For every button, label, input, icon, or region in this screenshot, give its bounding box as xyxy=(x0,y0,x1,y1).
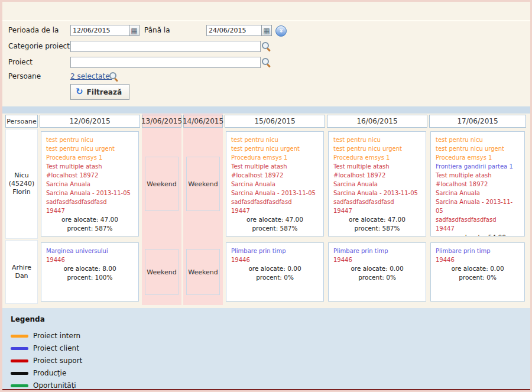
calendar-to-icon[interactable]: ▦ xyxy=(261,25,272,36)
legend-color-bar xyxy=(11,347,28,350)
legend-panel: Legenda Proiect internProiect clientProi… xyxy=(2,308,530,389)
date-column-header: 17/06/2015 xyxy=(429,115,526,128)
allocation-total: procent: 0% xyxy=(333,273,421,282)
table-row: Arhire DanMarginea universului19446ore a… xyxy=(5,240,528,304)
allocation-total: procent: 587% xyxy=(231,224,319,233)
day-cell: Plimbare prin timp19446ore alocate: 0.00… xyxy=(225,240,325,304)
project-line: Plimbare prin timp xyxy=(231,247,319,255)
allocation-total: ore alocate: 54.00 xyxy=(436,233,520,237)
date-column-header: 13/06/2015 xyxy=(142,115,181,128)
project-line: 19447 xyxy=(46,206,134,215)
magnifier-handle xyxy=(267,47,271,51)
day-cell: Plimbare prin timp19446ore alocate: 0.00… xyxy=(327,240,427,304)
legend-item: Producție xyxy=(11,367,66,379)
category-input[interactable] xyxy=(70,41,261,52)
persons-label: Persoane xyxy=(8,72,41,80)
project-line: Sarcina Anuala - 2013-11-05 xyxy=(46,189,134,197)
day-cell: Marginea universului19446ore alocate: 8.… xyxy=(40,240,140,304)
project-line: 19446 xyxy=(231,255,319,264)
allocation-total: ore alocate: 0.00 xyxy=(231,264,319,273)
weekend-box: Weekend xyxy=(145,249,179,295)
top-strip xyxy=(2,2,530,21)
project-line: Frontiera gandirii partea 1 xyxy=(436,162,520,171)
legend-color-bar xyxy=(11,335,28,338)
weekend-box: Weekend xyxy=(186,157,220,211)
persons-search-icon[interactable] xyxy=(109,72,118,81)
allocation-total: procent: 587% xyxy=(46,224,134,233)
project-search-icon[interactable] xyxy=(261,57,271,67)
table-top-strip xyxy=(2,106,530,114)
category-search-icon[interactable] xyxy=(261,41,271,51)
person-cell: Nicu (45240) Florin xyxy=(5,129,38,239)
legend-color-bar xyxy=(11,384,28,387)
project-input[interactable] xyxy=(70,57,261,68)
day-cell: test pentru nicutest pentru nicu urgentP… xyxy=(40,129,140,239)
double-chevron-down-icon: » xyxy=(277,28,284,33)
calendar-glyph: ▦ xyxy=(131,27,137,34)
project-line: Sarcina Anuala xyxy=(333,180,421,189)
collapse-filters-icon[interactable]: » xyxy=(275,25,287,37)
weekend-box: Weekend xyxy=(186,249,220,295)
allocation-total: procent: 587% xyxy=(333,224,421,233)
legend-item-label: Proiect intern xyxy=(33,332,80,340)
project-line: test pentru nicu urgent xyxy=(231,144,319,153)
weekend-cell: Weekend xyxy=(183,129,223,239)
projects-box: Plimbare prin timp19446ore alocate: 0.00… xyxy=(328,242,426,302)
projects-box: Marginea universului19446ore alocate: 8.… xyxy=(41,242,139,302)
project-line: test pentru nicu urgent xyxy=(333,144,421,153)
project-line: Plimbare prin timp xyxy=(333,247,421,255)
project-line: 19446 xyxy=(46,255,134,264)
project-label: Proiect xyxy=(8,58,33,66)
allocation-total: ore alocate: 47.00 xyxy=(231,215,319,224)
project-line: sadfasdfasdfasdfasd xyxy=(46,197,134,206)
project-line: test pentru nicu xyxy=(436,135,520,144)
day-cell: test pentru nicutest pentru nicu urgentP… xyxy=(429,129,526,239)
legend-item: Proiect intern xyxy=(11,330,80,342)
table-row: Nicu (45240) Florintest pentru nicutest … xyxy=(5,129,528,239)
date-to-input[interactable] xyxy=(206,25,262,36)
project-line: Plimbare prin timp xyxy=(436,247,520,255)
weekend-cell: Weekend xyxy=(142,240,181,304)
filter-button[interactable]: ↻ Filtrează xyxy=(70,84,129,100)
project-line: test pentru nicu xyxy=(46,135,134,144)
legend-item: Proiect client xyxy=(11,342,79,354)
project-line: test pentru nicu xyxy=(333,135,421,144)
project-line: Test multiple atash #localhost 18972 xyxy=(231,162,319,180)
project-line: Sarcina Anuala - 2013-11-05 xyxy=(231,189,319,197)
project-line: test pentru nicu urgent xyxy=(436,144,520,153)
projects-box: test pentru nicutest pentru nicu urgentP… xyxy=(226,131,324,237)
legend-item-label: Proiect client xyxy=(33,344,79,352)
weekend-cell: Weekend xyxy=(142,129,181,239)
projects-box: test pentru nicutest pentru nicu urgentP… xyxy=(328,131,426,237)
project-line: Test multiple atash #localhost 18972 xyxy=(46,162,134,180)
date-from-input[interactable] xyxy=(70,25,129,36)
date-column-header: 15/06/2015 xyxy=(225,115,325,128)
calendar-from-icon[interactable]: ▦ xyxy=(129,25,140,36)
schedule-table: Persoane 12/06/201513/06/201514/06/20151… xyxy=(2,106,530,306)
person-column-header: Persoane xyxy=(5,115,38,128)
project-line: test pentru nicu xyxy=(231,135,319,144)
project-line: Sarcina Anuala - 2013-11-05 xyxy=(333,189,421,197)
legend-item-label: Oportunități xyxy=(33,381,76,390)
project-line: Sarcina Anuala xyxy=(231,180,319,189)
persons-selected-link[interactable]: 2 selectate. xyxy=(70,72,112,80)
allocation-total: ore alocate: 0.00 xyxy=(333,264,421,273)
calendar-glyph: ▦ xyxy=(263,27,270,34)
legend-item-label: Proiect suport xyxy=(33,357,82,365)
project-line: sadfasdfasdfasdfasd xyxy=(231,197,319,206)
allocation-total: procent: 0% xyxy=(436,273,520,282)
project-line: 19447 xyxy=(231,206,319,215)
table-header-row: Persoane 12/06/201513/06/201514/06/20151… xyxy=(5,115,528,128)
magnifier-handle xyxy=(267,63,271,67)
filter-panel: Perioada de la ▦ Până la ▦ » Categorie p… xyxy=(2,2,530,106)
period-to-label: Până la xyxy=(144,26,170,34)
allocation-total: ore alocate: 47.00 xyxy=(333,215,421,224)
page: Perioada de la ▦ Până la ▦ » Categorie p… xyxy=(2,2,530,390)
legend-color-bar xyxy=(11,359,28,362)
project-line: Procedura emsys 1 xyxy=(231,153,319,162)
legend-item-label: Producție xyxy=(33,369,66,377)
projects-box: Plimbare prin timp19446ore alocate: 0.00… xyxy=(226,242,324,302)
allocation-total: procent: 0% xyxy=(231,273,319,282)
day-cell: test pentru nicutest pentru nicu urgentP… xyxy=(327,129,427,239)
allocation-total: ore alocate: 47.00 xyxy=(46,215,134,224)
